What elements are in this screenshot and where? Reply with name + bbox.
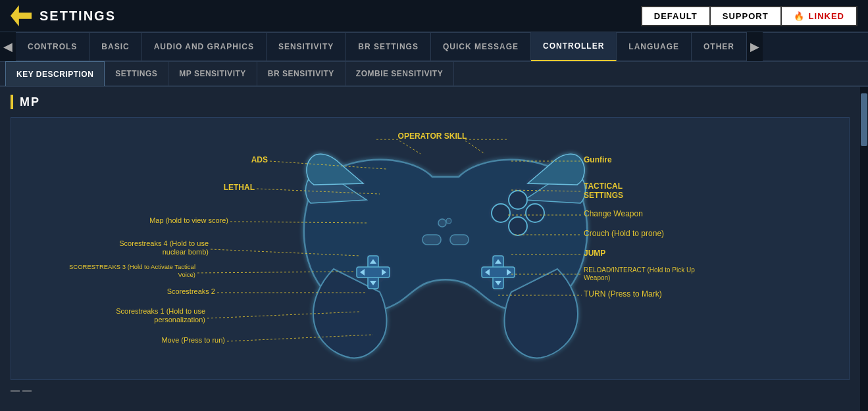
tab-quick-message[interactable]: QUICK MESSAGE <box>431 32 531 61</box>
svg-text:Weapon): Weapon) <box>584 274 610 281</box>
svg-point-19 <box>446 218 451 224</box>
svg-text:TACTICAL: TACTICAL <box>584 181 623 191</box>
svg-text:personalization): personalization) <box>154 316 205 324</box>
svg-text:nuclear bomb): nuclear bomb) <box>163 248 209 256</box>
section-bar <box>11 95 13 109</box>
header-title: SETTINGS <box>39 9 116 24</box>
diagram-container: ADS LETHAL Map (hold to view score) Scor… <box>11 118 849 379</box>
svg-text:OPERATOR SKILL: OPERATOR SKILL <box>398 132 467 141</box>
main-content: MP <box>0 87 860 411</box>
tab-audio-graphics[interactable]: AUDIO AND GRAPHICS <box>142 32 267 61</box>
svg-text:Scorestreaks 4 (Hold to use: Scorestreaks 4 (Hold to use <box>119 239 209 247</box>
svg-line-40 <box>399 141 421 154</box>
svg-rect-16 <box>422 235 441 245</box>
svg-text:ADS: ADS <box>251 155 268 164</box>
header: SETTINGS DEFAULT SUPPORT 🔥 LINKED <box>0 0 868 33</box>
svg-text:Move (Press to run): Move (Press to run) <box>161 336 225 344</box>
svg-text:JUMP: JUMP <box>584 249 605 258</box>
subtab-mp-sensitivity[interactable]: MP SENSITIVITY <box>168 61 257 86</box>
svg-text:Scorestreaks 2: Scorestreaks 2 <box>167 287 215 295</box>
tab-basic[interactable]: BASIC <box>89 32 141 61</box>
svg-text:Map (hold to view score): Map (hold to view score) <box>149 216 228 224</box>
svg-text:TURN (Press to Mark): TURN (Press to Mark) <box>584 289 662 299</box>
sub-nav: KEY DESCRIPTION SETTINGS MP SENSITIVITY … <box>0 62 868 87</box>
fire-icon: 🔥 <box>794 11 805 21</box>
svg-point-13 <box>526 204 544 222</box>
svg-text:LETHAL: LETHAL <box>224 183 255 192</box>
tab-controls[interactable]: CONTROLS <box>16 32 89 61</box>
svg-text:SETTINGS: SETTINGS <box>584 191 623 200</box>
support-button[interactable]: SUPPORT <box>709 6 780 26</box>
svg-rect-17 <box>450 235 469 245</box>
controller-svg: ADS LETHAL Map (hold to view score) Scor… <box>11 118 854 374</box>
content-area: MP <box>0 87 868 411</box>
scrollbar-thumb[interactable] <box>861 93 867 146</box>
section-label-mp: MP <box>20 95 40 109</box>
subtab-settings[interactable]: SETTINGS <box>105 61 168 86</box>
nav-right-arrow[interactable]: ▶ <box>747 32 763 61</box>
svg-text:Crouch (Hold to prone): Crouch (Hold to prone) <box>584 229 664 238</box>
svg-text:Change Weapon: Change Weapon <box>584 209 643 218</box>
default-button[interactable]: DEFAULT <box>641 6 709 26</box>
header-actions: DEFAULT SUPPORT 🔥 LINKED <box>641 6 857 26</box>
controller-diagram-area: ADS LETHAL Map (hold to view score) Scor… <box>11 117 850 380</box>
svg-text:Gunfire: Gunfire <box>584 155 612 164</box>
back-arrow-icon[interactable] <box>11 5 32 26</box>
svg-point-12 <box>509 217 527 235</box>
tab-language[interactable]: LANGUAGE <box>617 32 692 61</box>
svg-point-14 <box>492 204 510 222</box>
section-title-mp: MP <box>11 95 850 109</box>
bottom-hint: — — <box>11 385 850 396</box>
tab-controller[interactable]: CONTROLLER <box>531 32 617 61</box>
tab-other[interactable]: OTHER <box>692 32 747 61</box>
svg-point-18 <box>438 219 446 227</box>
nav-left-arrow[interactable]: ◀ <box>0 32 16 61</box>
svg-text:Voice): Voice) <box>178 271 195 278</box>
subtab-key-description[interactable]: KEY DESCRIPTION <box>5 61 105 86</box>
svg-text:SCORESTREAKS 3 (Hold to Activa: SCORESTREAKS 3 (Hold to Activate Tactica… <box>69 263 195 270</box>
svg-text:Scorestreaks 1 (Hold to use: Scorestreaks 1 (Hold to use <box>116 307 205 315</box>
scrollbar-track[interactable] <box>860 87 868 411</box>
linked-button[interactable]: 🔥 LINKED <box>780 6 857 26</box>
svg-text:RELOAD/INTERACT (Hold to Pick : RELOAD/INTERACT (Hold to Pick Up <box>584 266 695 274</box>
svg-line-41 <box>465 141 485 154</box>
tab-br-settings[interactable]: BR SETTINGS <box>346 32 431 61</box>
main-nav: ◀ CONTROLS BASIC AUDIO AND GRAPHICS SENS… <box>0 33 868 62</box>
tab-sensitivity[interactable]: SENSITIVITY <box>267 32 346 61</box>
subtab-zombie-sensitivity[interactable]: ZOMBIE SENSITIVITY <box>345 61 454 86</box>
svg-point-15 <box>509 191 527 209</box>
subtab-br-sensitivity[interactable]: BR SENSITIVITY <box>257 61 345 86</box>
